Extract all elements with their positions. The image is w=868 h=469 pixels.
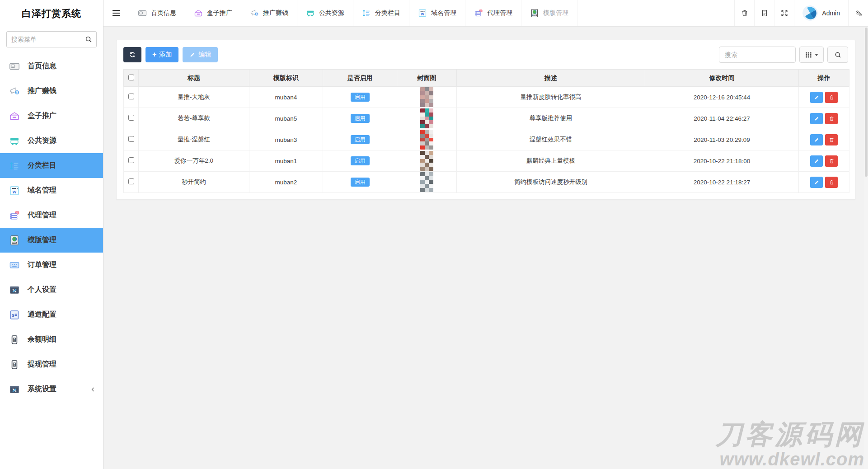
tab-box-promote[interactable]: 盒子推广 (185, 0, 241, 26)
toolbar-right (719, 47, 848, 63)
tab-agent-manage[interactable]: 代理管理 (465, 0, 521, 26)
cover-thumbnail (420, 108, 433, 128)
cell-slug: muban3 (249, 129, 323, 150)
templates-table: 标题 模版标识 是否启用 封面图 描述 修改时间 操作 量推-大地灰 muban… (123, 69, 849, 193)
sidebar-item-domain-manage[interactable]: 域名管理 (0, 178, 103, 203)
edit-button[interactable]: 编辑 (183, 47, 218, 62)
row-delete-button[interactable] (825, 155, 838, 167)
sidebar-item-profile-settings[interactable]: 个人设置 (0, 277, 103, 302)
col-slug: 模版标识 (249, 70, 323, 87)
sidebar-item-categories[interactable]: 分类栏目 (0, 153, 103, 178)
tab-public-resources[interactable]: 公共资源 (297, 0, 353, 26)
row-checkbox[interactable] (128, 115, 134, 121)
sidebar-item-home-info[interactable]: 首页信息 (0, 54, 103, 79)
row-checkbox[interactable] (128, 178, 134, 184)
sidebar-item-template-manage[interactable]: 模版管理 (0, 228, 103, 253)
cell-time: 2020-10-22 21:18:00 (645, 150, 799, 172)
tab-label: 公共资源 (319, 9, 344, 17)
sidebar-search-input[interactable] (6, 31, 97, 47)
tab-home-info[interactable]: 首页信息 (129, 0, 185, 26)
sidebar-item-label: 盒子推广 (28, 111, 56, 121)
cell-slug: muban1 (249, 150, 323, 172)
row-edit-button[interactable] (810, 92, 823, 103)
sidebar-item-label: 提现管理 (28, 360, 56, 369)
document-button[interactable] (754, 0, 774, 26)
cell-title: 爱你一万年2.0 (139, 150, 249, 172)
sidebar-item-system-settings[interactable]: 系统设置 (0, 377, 103, 402)
profile-tools-icon (9, 285, 20, 295)
plus-icon: + (152, 51, 156, 58)
tab-promote-earn[interactable]: 推广赚钱 (241, 0, 297, 26)
status-badge: 启用 (351, 135, 370, 144)
topbar-actions: Admin (734, 0, 868, 26)
agent-list-icon (9, 210, 20, 221)
sidebar-item-label: 通道配置 (28, 310, 56, 319)
chevron-down-icon (815, 54, 818, 56)
tab-label: 代理管理 (487, 9, 512, 17)
open-page-tabs: 首页信息 盒子推广 推广赚钱 公共资源 分类栏目 域名管理 代理管理 模版管理 (129, 0, 577, 26)
tab-domain-manage[interactable]: 域名管理 (409, 0, 465, 26)
clear-cache-button[interactable] (734, 0, 754, 26)
hamburger-menu-icon[interactable] (103, 0, 129, 26)
col-time: 修改时间 (645, 70, 799, 87)
template-html-icon (530, 9, 539, 18)
sidebar-item-withdraw-manage[interactable]: 提现管理 (0, 352, 103, 377)
row-delete-button[interactable] (825, 92, 838, 103)
pencil-icon (814, 137, 820, 143)
trash-icon (829, 94, 835, 100)
sidebar-item-order-manage[interactable]: 订单管理 (0, 253, 103, 277)
row-checkbox[interactable] (128, 157, 134, 163)
tab-categories[interactable]: 分类栏目 (353, 0, 409, 26)
add-button[interactable]: +添加 (145, 47, 178, 62)
megaphone-icon (250, 9, 259, 18)
cell-time: 2020-10-22 21:18:27 (645, 172, 799, 193)
sidebar-item-balance-detail[interactable]: 余额明细 (0, 327, 103, 352)
withdraw-wallet-icon (9, 359, 20, 370)
cell-title: 秒开简约 (139, 172, 249, 193)
fullscreen-icon (780, 9, 788, 17)
row-edit-button[interactable] (810, 177, 823, 188)
tab-label: 模版管理 (543, 9, 568, 17)
select-all-checkbox[interactable] (128, 75, 134, 80)
sort-list-icon (9, 160, 20, 171)
sidebar-item-label: 公共资源 (28, 136, 56, 145)
scrollbar-thumb[interactable] (865, 28, 868, 177)
sidebar-item-channel-config[interactable]: 通道配置 (0, 302, 103, 327)
row-checkbox[interactable] (128, 94, 134, 99)
table-search-button[interactable] (827, 47, 848, 63)
status-badge: 启用 (351, 93, 370, 102)
sidebar-search (6, 31, 97, 47)
table-row: 爱你一万年2.0 muban1 启用 麒麟经典上量模板 2020-10-22 2… (124, 150, 849, 172)
status-badge: 启用 (351, 156, 370, 165)
sidebar-item-agent-manage[interactable]: 代理管理 (0, 203, 103, 228)
cell-slug: muban5 (249, 108, 323, 129)
avatar (802, 5, 818, 21)
user-menu[interactable]: Admin (794, 0, 848, 26)
row-delete-button[interactable] (825, 134, 838, 145)
refresh-button[interactable] (123, 47, 141, 62)
columns-dropdown-button[interactable] (799, 47, 824, 63)
user-name: Admin (822, 9, 840, 17)
cell-slug: muban2 (249, 172, 323, 193)
megaphone-icon (9, 86, 20, 97)
sidebar-item-public-resources[interactable]: 公共资源 (0, 128, 103, 153)
fullscreen-button[interactable] (774, 0, 794, 26)
cover-thumbnail (420, 87, 433, 107)
sidebar-item-promote-earn[interactable]: 推广赚钱 (0, 79, 103, 103)
row-delete-button[interactable] (825, 177, 838, 188)
pencil-icon (189, 52, 196, 58)
channel-dollar-icon (9, 310, 20, 320)
sidebar-item-box-promote[interactable]: 盒子推广 (0, 103, 103, 128)
row-edit-button[interactable] (810, 155, 823, 167)
table-search-input[interactable] (719, 47, 796, 63)
row-edit-button[interactable] (810, 134, 823, 145)
row-edit-button[interactable] (810, 113, 823, 124)
row-delete-button[interactable] (825, 113, 838, 124)
cover-thumbnail (420, 172, 433, 192)
tab-template-manage[interactable]: 模版管理 (521, 0, 577, 26)
settings-button[interactable] (848, 0, 868, 26)
top-navbar: 首页信息 盒子推广 推广赚钱 公共资源 分类栏目 域名管理 代理管理 模版管理 (103, 0, 868, 27)
row-checkbox[interactable] (128, 136, 134, 142)
watermark-line1: 刀客源码网 (715, 421, 864, 448)
page-scrollbar[interactable] (864, 27, 868, 469)
